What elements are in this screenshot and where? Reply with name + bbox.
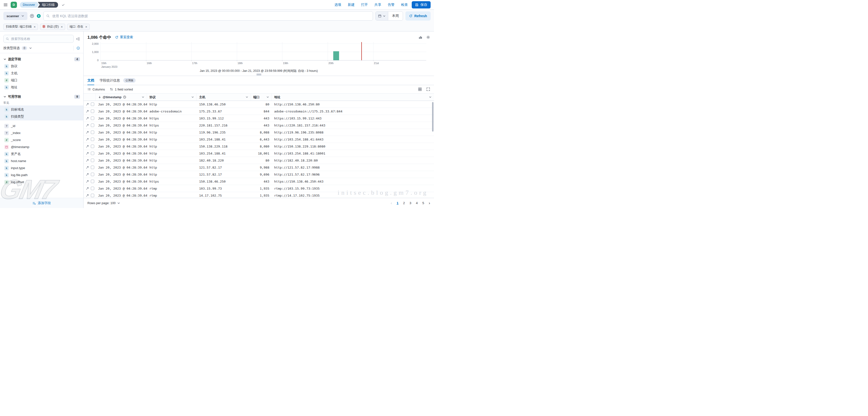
- page-5[interactable]: 5: [423, 201, 424, 205]
- field-item-主机[interactable]: k主机: [3, 70, 80, 77]
- columns-button[interactable]: Columns: [87, 88, 105, 91]
- field-item-资产名[interactable]: k资产名: [3, 150, 80, 158]
- vertical-scrollbar[interactable]: [432, 102, 434, 132]
- expand-row-icon[interactable]: [86, 166, 89, 169]
- field-item-目标域名[interactable]: k目标域名: [3, 106, 80, 113]
- row-checkbox[interactable]: [91, 159, 94, 162]
- row-checkbox[interactable]: [91, 173, 94, 176]
- column-menu-chevron-icon[interactable]: [429, 96, 432, 98]
- breadcrumb-discover[interactable]: Discover: [20, 2, 39, 8]
- column-header-timestamp[interactable]: @timestamp: [96, 94, 147, 101]
- field-item-协议[interactable]: k协议: [3, 63, 80, 70]
- prev-page-icon[interactable]: ‹: [391, 201, 392, 205]
- column-header-port[interactable]: 端口: [251, 94, 272, 101]
- fullscreen-icon[interactable]: [426, 87, 430, 91]
- breadcrumb-current[interactable]: 端口扫描: [38, 2, 58, 8]
- page-2[interactable]: 2: [403, 201, 405, 205]
- row-checkbox[interactable]: [91, 124, 94, 127]
- expand-row-icon[interactable]: [86, 152, 89, 155]
- column-menu-chevron-icon[interactable]: [246, 96, 248, 98]
- column-header-host[interactable]: 主机: [197, 94, 251, 101]
- available-fields-accordion[interactable]: 可用字段 9: [3, 95, 80, 99]
- column-menu-chevron-icon[interactable]: [142, 96, 144, 98]
- row-checkbox[interactable]: [91, 145, 94, 148]
- data-view-selector[interactable]: scanner: [3, 12, 27, 20]
- save-button[interactable]: 保存: [412, 1, 431, 8]
- expand-row-icon[interactable]: [86, 117, 89, 120]
- row-checkbox[interactable]: [91, 152, 94, 155]
- expand-row-icon[interactable]: [86, 159, 89, 162]
- filter-pill-2[interactable]: 非协议:(空)×: [40, 24, 65, 30]
- nav-new-link[interactable]: 新建: [348, 3, 354, 7]
- column-menu-chevron-icon[interactable]: [267, 96, 269, 98]
- field-item-@timestamp[interactable]: @timestamp: [3, 143, 80, 150]
- row-checkbox[interactable]: [91, 187, 94, 190]
- nav-alerts-link[interactable]: 告警: [388, 3, 395, 7]
- nav-open-link[interactable]: 打开: [361, 3, 368, 7]
- row-checkbox[interactable]: [91, 131, 94, 134]
- field-item-host.name[interactable]: khost.name: [3, 158, 80, 165]
- expand-row-icon[interactable]: [86, 131, 89, 134]
- nav-inspect-link[interactable]: 检查: [401, 3, 408, 7]
- expand-row-icon[interactable]: [86, 138, 89, 141]
- saved-query-menu-icon[interactable]: [30, 14, 34, 18]
- collapse-sidebar-icon[interactable]: [76, 37, 80, 41]
- expand-row-icon[interactable]: [86, 110, 89, 113]
- expand-row-icon[interactable]: [86, 145, 89, 148]
- add-filter-icon[interactable]: [37, 14, 41, 18]
- selected-fields-accordion[interactable]: 选定字段 4: [3, 57, 80, 62]
- expand-row-icon[interactable]: [86, 194, 89, 197]
- expand-row-icon[interactable]: [86, 180, 89, 183]
- gear-icon[interactable]: [426, 35, 430, 39]
- field-item-log.file.path[interactable]: klog.file.path: [3, 171, 80, 178]
- column-header-protocol[interactable]: 协议: [147, 94, 197, 101]
- field-item-扫描类型[interactable]: k扫描类型: [3, 113, 80, 120]
- menu-icon[interactable]: [3, 3, 8, 7]
- column-header-address[interactable]: 地址: [272, 94, 434, 101]
- row-checkbox[interactable]: [91, 166, 94, 169]
- field-item-_score[interactable]: #_score: [3, 136, 80, 143]
- remove-filter-icon[interactable]: ×: [34, 25, 36, 29]
- filter-pill-1[interactable]: 扫描类型: 端口扫描×: [3, 24, 38, 30]
- row-checkbox[interactable]: [91, 180, 94, 183]
- field-item-log.offset[interactable]: #log.offset: [3, 178, 80, 185]
- add-field-button[interactable]: 添加字段: [0, 198, 83, 208]
- nav-share-link[interactable]: 共享: [374, 3, 381, 7]
- calendar-menu-button[interactable]: [376, 11, 388, 20]
- rows-per-page-button[interactable]: Rows per page: 100: [87, 201, 120, 205]
- field-search-input[interactable]: [11, 37, 71, 41]
- info-icon[interactable]: [76, 46, 80, 50]
- remove-filter-icon[interactable]: ×: [61, 25, 63, 29]
- expand-row-icon[interactable]: [86, 187, 89, 190]
- row-checkbox[interactable]: [91, 103, 94, 106]
- histogram-bar[interactable]: [333, 51, 339, 60]
- tab-documents[interactable]: 文档: [87, 76, 94, 85]
- expand-row-icon[interactable]: [86, 103, 89, 106]
- row-checkbox[interactable]: [91, 194, 94, 197]
- filter-pill-3[interactable]: 端口: 存在×: [67, 24, 90, 30]
- field-item-地址[interactable]: k地址: [3, 84, 80, 91]
- row-checkbox[interactable]: [91, 138, 94, 141]
- expand-row-icon[interactable]: [86, 173, 89, 176]
- resize-handle[interactable]: [256, 74, 261, 75]
- field-item-input.type[interactable]: kinput.type: [3, 165, 80, 171]
- column-menu-chevron-icon[interactable]: [191, 96, 194, 98]
- field-item-_id[interactable]: ?_id: [3, 123, 80, 129]
- reset-search-button[interactable]: 重置搜索: [115, 35, 133, 39]
- filter-by-type-button[interactable]: 按类型筛选 0: [0, 46, 83, 53]
- field-item-端口[interactable]: #端口: [3, 77, 80, 84]
- space-avatar[interactable]: D: [11, 2, 17, 8]
- page-4[interactable]: 4: [416, 201, 418, 205]
- page-3[interactable]: 3: [409, 201, 411, 205]
- time-range-label[interactable]: 本周: [388, 11, 403, 20]
- field-item-_index[interactable]: ?_index: [3, 129, 80, 136]
- next-page-icon[interactable]: ›: [429, 201, 430, 205]
- tab-field-statistics[interactable]: 字段统计信息: [99, 76, 120, 85]
- row-checkbox[interactable]: [91, 116, 94, 120]
- nav-options-link[interactable]: 选项: [335, 3, 341, 7]
- remove-filter-icon[interactable]: ×: [85, 25, 87, 29]
- kql-query-input[interactable]: [52, 14, 370, 18]
- sort-fields-button[interactable]: 1 field sorted: [110, 88, 133, 91]
- expand-row-icon[interactable]: [86, 124, 89, 127]
- display-options-icon[interactable]: [418, 87, 422, 91]
